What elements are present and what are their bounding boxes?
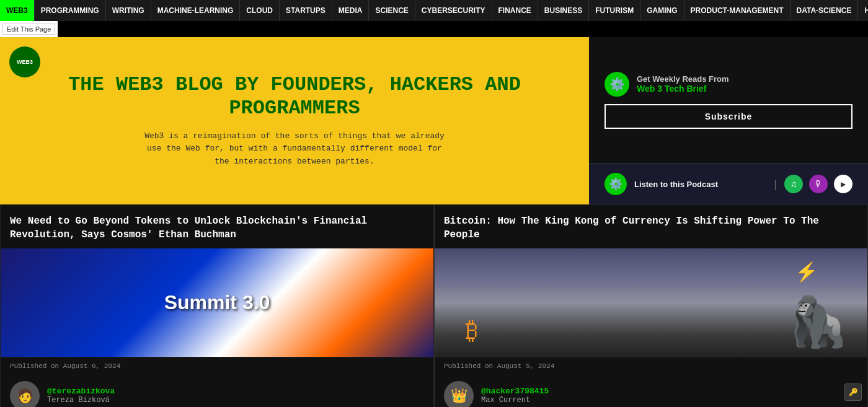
podcast-icons: ♫ 🎙 ▶ bbox=[784, 175, 852, 193]
hero-title: THE WEB3 BLOG BY FOUNDERS, HACKERS AND P… bbox=[25, 73, 564, 121]
hero-right: ⚙️ Get Weekly Reads From Web 3 Tech Brie… bbox=[589, 37, 868, 204]
nav-item-startups[interactable]: STARTUPS bbox=[280, 0, 332, 21]
float-button[interactable]: 🔑 bbox=[844, 383, 862, 401]
nav-item-hackernoon[interactable]: HACKERNOON bbox=[858, 0, 868, 21]
nav-item-product-management[interactable]: PRODUCT-MANAGEMENT bbox=[684, 0, 790, 21]
newsletter-name: Web 3 Tech Brief bbox=[637, 84, 729, 94]
nav-item-web3[interactable]: WEB3 bbox=[0, 0, 35, 21]
article-meta-1: Published on August 6, 2024 bbox=[1, 357, 433, 375]
subscribe-button[interactable]: Subscribe bbox=[604, 104, 852, 129]
nav-item-writing[interactable]: WRITING bbox=[106, 0, 151, 21]
edit-page-button[interactable]: Edit This Page bbox=[2, 24, 55, 35]
article-author-2: 👑 @hacker3798415 Max Current bbox=[435, 375, 867, 407]
newsletter-icon: ⚙️ bbox=[604, 72, 629, 97]
nav-item-cybersecurity[interactable]: CYBERSECURITY bbox=[415, 0, 492, 21]
article-card-2: Bitcoin: How The King Kong of Currency I… bbox=[434, 204, 868, 407]
nav-item-gaming[interactable]: GAMING bbox=[640, 0, 684, 21]
bitcoin-symbol: ₿ bbox=[466, 317, 478, 344]
podcast-section: ⚙️ Listen to this Podcast | ♫ 🎙 ▶ bbox=[589, 163, 868, 204]
hero-logo: WEB3 bbox=[9, 46, 40, 77]
nav-item-futurism[interactable]: FUTURISM bbox=[589, 0, 640, 21]
nav-item-science[interactable]: SCIENCE bbox=[369, 0, 415, 21]
hero-section: WEB3 THE WEB3 BLOG BY FOUNDERS, HACKERS … bbox=[0, 37, 868, 204]
nav-item-machine-learning[interactable]: MACHINE-LEARNING bbox=[151, 0, 241, 21]
navigation-bar: WEB3PROGRAMMINGWRITINGMACHINE-LEARNINGCL… bbox=[0, 0, 868, 21]
author-handle-2[interactable]: @hacker3798415 bbox=[481, 387, 549, 396]
article-author-1: 🧑 @terezabizkova Tereza Bízková bbox=[1, 375, 433, 407]
author-name-1: Tereza Bízková bbox=[47, 396, 115, 405]
newsletter-header: ⚙️ Get Weekly Reads From Web 3 Tech Brie… bbox=[604, 72, 852, 97]
article-card-1: We Need to Go Beyond Tokens to Unlock Bl… bbox=[0, 204, 434, 407]
spotify-button[interactable]: ♫ bbox=[784, 175, 803, 193]
article-title-2: Bitcoin: How The King Kong of Currency I… bbox=[435, 205, 867, 248]
author-info-1: @terezabizkova Tereza Bízková bbox=[47, 387, 115, 405]
newsletter-section: ⚙️ Get Weekly Reads From Web 3 Tech Brie… bbox=[589, 37, 868, 163]
hero-left: WEB3 THE WEB3 BLOG BY FOUNDERS, HACKERS … bbox=[0, 37, 589, 204]
nav-item-data-science[interactable]: DATA-SCIENCE bbox=[790, 0, 859, 21]
apple-podcast-button[interactable]: 🎙 bbox=[809, 175, 828, 193]
podcast-divider: | bbox=[774, 178, 777, 191]
newsletter-text-group: Get Weekly Reads From Web 3 Tech Brief bbox=[637, 74, 729, 94]
article-image-1 bbox=[1, 248, 433, 357]
newsletter-label: Get Weekly Reads From bbox=[637, 74, 729, 84]
hero-description: Web3 is a reimagination of the sorts of … bbox=[140, 130, 450, 168]
article-image-2: ₿ bbox=[435, 248, 867, 357]
author-name-2: Max Current bbox=[481, 396, 549, 405]
nav-item-media[interactable]: MEDIA bbox=[332, 0, 370, 21]
author-info-2: @hacker3798415 Max Current bbox=[481, 387, 549, 405]
podcast-label: Listen to this Podcast bbox=[634, 180, 766, 189]
nav-item-business[interactable]: BUSINESS bbox=[538, 0, 589, 21]
nav-item-cloud[interactable]: CLOUD bbox=[240, 0, 280, 21]
google-podcast-button[interactable]: ▶ bbox=[834, 175, 852, 193]
article-meta-2: Published on August 5, 2024 bbox=[435, 357, 867, 375]
article-title-1: We Need to Go Beyond Tokens to Unlock Bl… bbox=[1, 205, 433, 248]
nav-item-programming[interactable]: PROGRAMMING bbox=[35, 0, 106, 21]
articles-section: We Need to Go Beyond Tokens to Unlock Bl… bbox=[0, 204, 868, 407]
podcast-icon: ⚙️ bbox=[604, 173, 627, 195]
author-avatar-1: 🧑 bbox=[10, 381, 40, 407]
author-avatar-2: 👑 bbox=[444, 381, 474, 407]
author-handle-1[interactable]: @terezabizkova bbox=[47, 387, 115, 396]
nav-item-finance[interactable]: FINANCE bbox=[492, 0, 538, 21]
